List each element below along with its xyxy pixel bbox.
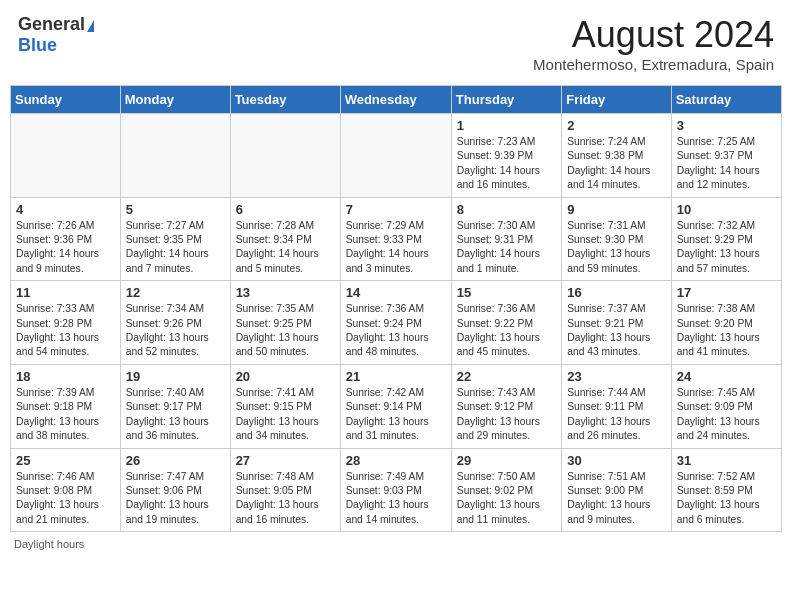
day-number: 26 bbox=[126, 453, 225, 468]
calendar-week-row: 18Sunrise: 7:39 AM Sunset: 9:18 PM Dayli… bbox=[11, 364, 782, 448]
calendar-cell: 23Sunrise: 7:44 AM Sunset: 9:11 PM Dayli… bbox=[562, 364, 671, 448]
weekday-header-sunday: Sunday bbox=[11, 86, 121, 114]
day-info: Sunrise: 7:29 AM Sunset: 9:33 PM Dayligh… bbox=[346, 219, 446, 277]
day-info: Sunrise: 7:32 AM Sunset: 9:29 PM Dayligh… bbox=[677, 219, 776, 277]
calendar-week-row: 4Sunrise: 7:26 AM Sunset: 9:36 PM Daylig… bbox=[11, 197, 782, 281]
day-number: 27 bbox=[236, 453, 335, 468]
day-info: Sunrise: 7:37 AM Sunset: 9:21 PM Dayligh… bbox=[567, 302, 665, 360]
day-info: Sunrise: 7:39 AM Sunset: 9:18 PM Dayligh… bbox=[16, 386, 115, 444]
calendar-cell bbox=[340, 114, 451, 198]
day-number: 21 bbox=[346, 369, 446, 384]
calendar-cell: 4Sunrise: 7:26 AM Sunset: 9:36 PM Daylig… bbox=[11, 197, 121, 281]
logo-text: General bbox=[18, 14, 94, 35]
day-info: Sunrise: 7:36 AM Sunset: 9:24 PM Dayligh… bbox=[346, 302, 446, 360]
day-number: 2 bbox=[567, 118, 665, 133]
calendar-cell: 17Sunrise: 7:38 AM Sunset: 9:20 PM Dayli… bbox=[671, 281, 781, 365]
calendar-week-row: 25Sunrise: 7:46 AM Sunset: 9:08 PM Dayli… bbox=[11, 448, 782, 532]
day-number: 25 bbox=[16, 453, 115, 468]
day-number: 1 bbox=[457, 118, 556, 133]
day-info: Sunrise: 7:42 AM Sunset: 9:14 PM Dayligh… bbox=[346, 386, 446, 444]
day-info: Sunrise: 7:34 AM Sunset: 9:26 PM Dayligh… bbox=[126, 302, 225, 360]
day-info: Sunrise: 7:49 AM Sunset: 9:03 PM Dayligh… bbox=[346, 470, 446, 528]
calendar-cell: 11Sunrise: 7:33 AM Sunset: 9:28 PM Dayli… bbox=[11, 281, 121, 365]
day-number: 5 bbox=[126, 202, 225, 217]
title-area: August 2024 Montehermoso, Extremadura, S… bbox=[533, 14, 774, 73]
weekday-header-monday: Monday bbox=[120, 86, 230, 114]
location-subtitle: Montehermoso, Extremadura, Spain bbox=[533, 56, 774, 73]
day-number: 24 bbox=[677, 369, 776, 384]
day-info: Sunrise: 7:41 AM Sunset: 9:15 PM Dayligh… bbox=[236, 386, 335, 444]
calendar-cell: 14Sunrise: 7:36 AM Sunset: 9:24 PM Dayli… bbox=[340, 281, 451, 365]
day-info: Sunrise: 7:26 AM Sunset: 9:36 PM Dayligh… bbox=[16, 219, 115, 277]
day-info: Sunrise: 7:52 AM Sunset: 8:59 PM Dayligh… bbox=[677, 470, 776, 528]
day-number: 4 bbox=[16, 202, 115, 217]
logo-general: General bbox=[18, 14, 85, 34]
day-info: Sunrise: 7:23 AM Sunset: 9:39 PM Dayligh… bbox=[457, 135, 556, 193]
weekday-header-friday: Friday bbox=[562, 86, 671, 114]
day-number: 30 bbox=[567, 453, 665, 468]
month-year-title: August 2024 bbox=[533, 14, 774, 56]
day-info: Sunrise: 7:30 AM Sunset: 9:31 PM Dayligh… bbox=[457, 219, 556, 277]
day-number: 7 bbox=[346, 202, 446, 217]
day-number: 8 bbox=[457, 202, 556, 217]
day-info: Sunrise: 7:48 AM Sunset: 9:05 PM Dayligh… bbox=[236, 470, 335, 528]
logo-blue: Blue bbox=[18, 35, 57, 56]
day-number: 6 bbox=[236, 202, 335, 217]
calendar-table: SundayMondayTuesdayWednesdayThursdayFrid… bbox=[10, 85, 782, 532]
calendar-cell: 20Sunrise: 7:41 AM Sunset: 9:15 PM Dayli… bbox=[230, 364, 340, 448]
logo-triangle-icon bbox=[87, 20, 94, 32]
day-info: Sunrise: 7:38 AM Sunset: 9:20 PM Dayligh… bbox=[677, 302, 776, 360]
footer-note: Daylight hours bbox=[10, 538, 782, 550]
calendar-cell: 5Sunrise: 7:27 AM Sunset: 9:35 PM Daylig… bbox=[120, 197, 230, 281]
day-info: Sunrise: 7:36 AM Sunset: 9:22 PM Dayligh… bbox=[457, 302, 556, 360]
calendar-cell: 30Sunrise: 7:51 AM Sunset: 9:00 PM Dayli… bbox=[562, 448, 671, 532]
day-info: Sunrise: 7:25 AM Sunset: 9:37 PM Dayligh… bbox=[677, 135, 776, 193]
logo: General Blue bbox=[18, 14, 94, 56]
day-info: Sunrise: 7:40 AM Sunset: 9:17 PM Dayligh… bbox=[126, 386, 225, 444]
calendar-cell: 22Sunrise: 7:43 AM Sunset: 9:12 PM Dayli… bbox=[451, 364, 561, 448]
day-number: 20 bbox=[236, 369, 335, 384]
day-info: Sunrise: 7:31 AM Sunset: 9:30 PM Dayligh… bbox=[567, 219, 665, 277]
day-info: Sunrise: 7:43 AM Sunset: 9:12 PM Dayligh… bbox=[457, 386, 556, 444]
day-number: 18 bbox=[16, 369, 115, 384]
calendar-cell: 31Sunrise: 7:52 AM Sunset: 8:59 PM Dayli… bbox=[671, 448, 781, 532]
calendar-week-row: 11Sunrise: 7:33 AM Sunset: 9:28 PM Dayli… bbox=[11, 281, 782, 365]
day-number: 31 bbox=[677, 453, 776, 468]
day-info: Sunrise: 7:44 AM Sunset: 9:11 PM Dayligh… bbox=[567, 386, 665, 444]
day-number: 19 bbox=[126, 369, 225, 384]
weekday-header-saturday: Saturday bbox=[671, 86, 781, 114]
calendar-cell bbox=[120, 114, 230, 198]
calendar-cell: 7Sunrise: 7:29 AM Sunset: 9:33 PM Daylig… bbox=[340, 197, 451, 281]
calendar-cell: 1Sunrise: 7:23 AM Sunset: 9:39 PM Daylig… bbox=[451, 114, 561, 198]
day-info: Sunrise: 7:47 AM Sunset: 9:06 PM Dayligh… bbox=[126, 470, 225, 528]
calendar-cell: 2Sunrise: 7:24 AM Sunset: 9:38 PM Daylig… bbox=[562, 114, 671, 198]
day-number: 23 bbox=[567, 369, 665, 384]
day-info: Sunrise: 7:50 AM Sunset: 9:02 PM Dayligh… bbox=[457, 470, 556, 528]
calendar-cell: 27Sunrise: 7:48 AM Sunset: 9:05 PM Dayli… bbox=[230, 448, 340, 532]
calendar-cell: 3Sunrise: 7:25 AM Sunset: 9:37 PM Daylig… bbox=[671, 114, 781, 198]
day-number: 29 bbox=[457, 453, 556, 468]
day-number: 3 bbox=[677, 118, 776, 133]
day-number: 11 bbox=[16, 285, 115, 300]
day-number: 16 bbox=[567, 285, 665, 300]
calendar-cell: 24Sunrise: 7:45 AM Sunset: 9:09 PM Dayli… bbox=[671, 364, 781, 448]
calendar-cell: 12Sunrise: 7:34 AM Sunset: 9:26 PM Dayli… bbox=[120, 281, 230, 365]
day-number: 10 bbox=[677, 202, 776, 217]
calendar-cell: 16Sunrise: 7:37 AM Sunset: 9:21 PM Dayli… bbox=[562, 281, 671, 365]
calendar-cell bbox=[11, 114, 121, 198]
calendar-cell: 19Sunrise: 7:40 AM Sunset: 9:17 PM Dayli… bbox=[120, 364, 230, 448]
day-info: Sunrise: 7:46 AM Sunset: 9:08 PM Dayligh… bbox=[16, 470, 115, 528]
day-info: Sunrise: 7:51 AM Sunset: 9:00 PM Dayligh… bbox=[567, 470, 665, 528]
day-info: Sunrise: 7:35 AM Sunset: 9:25 PM Dayligh… bbox=[236, 302, 335, 360]
calendar-cell: 26Sunrise: 7:47 AM Sunset: 9:06 PM Dayli… bbox=[120, 448, 230, 532]
day-info: Sunrise: 7:45 AM Sunset: 9:09 PM Dayligh… bbox=[677, 386, 776, 444]
weekday-header-tuesday: Tuesday bbox=[230, 86, 340, 114]
calendar-cell: 6Sunrise: 7:28 AM Sunset: 9:34 PM Daylig… bbox=[230, 197, 340, 281]
calendar-cell: 29Sunrise: 7:50 AM Sunset: 9:02 PM Dayli… bbox=[451, 448, 561, 532]
calendar-cell: 13Sunrise: 7:35 AM Sunset: 9:25 PM Dayli… bbox=[230, 281, 340, 365]
calendar-cell: 18Sunrise: 7:39 AM Sunset: 9:18 PM Dayli… bbox=[11, 364, 121, 448]
day-number: 12 bbox=[126, 285, 225, 300]
day-info: Sunrise: 7:28 AM Sunset: 9:34 PM Dayligh… bbox=[236, 219, 335, 277]
calendar-week-row: 1Sunrise: 7:23 AM Sunset: 9:39 PM Daylig… bbox=[11, 114, 782, 198]
calendar-cell: 21Sunrise: 7:42 AM Sunset: 9:14 PM Dayli… bbox=[340, 364, 451, 448]
